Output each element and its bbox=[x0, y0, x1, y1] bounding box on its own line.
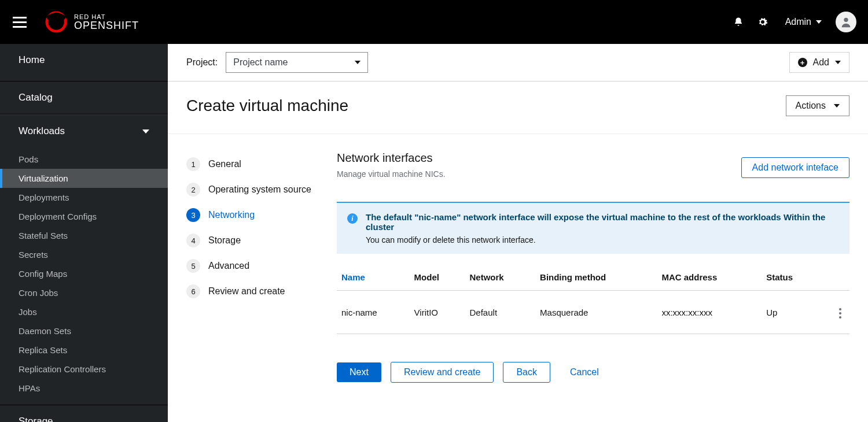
cell-status: Up bbox=[762, 291, 819, 334]
sidebar-item-jobs[interactable]: Jobs bbox=[0, 302, 168, 321]
sidebar: HomeCatalog Workloads PodsVirtualization… bbox=[0, 44, 168, 422]
caret-down-icon bbox=[816, 20, 822, 24]
cell-binding: Masquerade bbox=[535, 291, 657, 334]
hamburger-menu-button[interactable] bbox=[13, 17, 27, 28]
add-button[interactable]: + Add bbox=[789, 52, 849, 73]
sidebar-item-config-maps[interactable]: Config Maps bbox=[0, 264, 168, 283]
step-number: 3 bbox=[186, 208, 200, 222]
nic-table: NameModelNetworkBinding methodMAC addres… bbox=[337, 264, 849, 334]
wizard-step-general[interactable]: 1General bbox=[186, 151, 324, 177]
sidebar-item-cron-jobs[interactable]: Cron Jobs bbox=[0, 283, 168, 302]
step-label: General bbox=[208, 159, 241, 169]
sidebar-section-storage[interactable]: Storage bbox=[0, 405, 168, 422]
actions-menu[interactable]: Actions bbox=[786, 95, 849, 116]
sidebar-item-pods[interactable]: Pods bbox=[0, 150, 168, 169]
info-icon: i bbox=[347, 213, 358, 224]
step-label: Operating system source bbox=[208, 184, 311, 195]
panel-title: Network interfaces bbox=[337, 151, 446, 165]
avatar[interactable] bbox=[836, 12, 856, 32]
caret-down-icon bbox=[355, 61, 361, 64]
cell-mac: xx:xxx:xx:xxx bbox=[657, 291, 762, 334]
sidebar-item-deployment-configs[interactable]: Deployment Configs bbox=[0, 207, 168, 226]
sidebar-item-virtualization[interactable]: Virtualization bbox=[0, 169, 168, 188]
wizard-step-advanced[interactable]: 5Advanced bbox=[186, 253, 324, 279]
step-number: 6 bbox=[186, 284, 200, 298]
chevron-down-icon bbox=[142, 129, 149, 134]
sidebar-section-workloads[interactable]: Workloads bbox=[0, 115, 168, 147]
gear-icon bbox=[757, 17, 768, 27]
wizard-step-networking[interactable]: 3Networking bbox=[186, 202, 324, 228]
info-alert: i The default "nic-name" network interfa… bbox=[337, 202, 849, 254]
settings-button[interactable] bbox=[751, 17, 775, 27]
sidebar-item-hpas[interactable]: HPAs bbox=[0, 379, 168, 398]
review-and-create-button[interactable]: Review and create bbox=[391, 362, 494, 383]
step-label: Storage bbox=[208, 235, 241, 246]
step-number: 1 bbox=[186, 157, 200, 171]
sidebar-item-daemon-sets[interactable]: Daemon Sets bbox=[0, 321, 168, 340]
step-label: Networking bbox=[208, 210, 255, 220]
caret-down-icon bbox=[835, 61, 841, 64]
networking-panel: Network interfaces Manage virtual machin… bbox=[330, 151, 849, 383]
step-number: 2 bbox=[186, 183, 200, 197]
table-row: nic-nameViritIODefaultMasqueradexx:xxx:x… bbox=[337, 291, 849, 334]
column-header-mac-address[interactable]: MAC address bbox=[657, 264, 762, 291]
sidebar-item-stateful-sets[interactable]: Stateful Sets bbox=[0, 226, 168, 245]
wizard-actions: Next Review and create Back Cancel bbox=[337, 362, 849, 383]
sidebar-item-replication-controllers[interactable]: Replication Controllers bbox=[0, 360, 168, 379]
sidebar-section-label: Workloads bbox=[19, 125, 65, 137]
wizard-nav: 1General2Operating system source3Network… bbox=[186, 151, 324, 383]
column-header-model[interactable]: Model bbox=[410, 264, 465, 291]
wizard-step-operating-system-source[interactable]: 2Operating system source bbox=[186, 177, 324, 202]
user-icon bbox=[840, 16, 852, 28]
main-content: Project: Project name + Add Create virtu… bbox=[168, 44, 868, 422]
project-bar: Project: Project name + Add bbox=[168, 44, 868, 82]
wizard-step-review-and-create[interactable]: 6Review and create bbox=[186, 279, 324, 304]
brand-line1: RED HAT bbox=[74, 14, 139, 20]
cell-model: ViritIO bbox=[410, 291, 465, 334]
alert-body: You can modify or delete this network in… bbox=[366, 235, 839, 245]
brand-logo[interactable]: RED HAT OPENSHIFT bbox=[45, 11, 139, 33]
alert-title: The default "nic-name" network interface… bbox=[366, 212, 839, 232]
sidebar-item-catalog[interactable]: Catalog bbox=[0, 82, 168, 114]
wizard-step-storage[interactable]: 4Storage bbox=[186, 228, 324, 253]
step-label: Review and create bbox=[208, 286, 285, 297]
sidebar-item-replica-sets[interactable]: Replica Sets bbox=[0, 340, 168, 360]
column-header-actions bbox=[819, 264, 849, 291]
step-label: Advanced bbox=[208, 261, 249, 271]
bell-icon bbox=[733, 17, 744, 27]
svg-point-1 bbox=[844, 18, 848, 22]
user-menu-label: Admin bbox=[785, 17, 811, 27]
cancel-button[interactable]: Cancel bbox=[560, 362, 609, 382]
panel-subtitle: Manage virtual machine NICs. bbox=[337, 169, 446, 179]
step-number: 5 bbox=[186, 259, 200, 273]
project-select-value: Project name bbox=[233, 57, 288, 68]
kebab-menu[interactable] bbox=[836, 305, 845, 322]
sidebar-item-secrets[interactable]: Secrets bbox=[0, 245, 168, 264]
project-select[interactable]: Project name bbox=[226, 52, 368, 73]
project-label: Project: bbox=[186, 57, 218, 68]
column-header-network[interactable]: Network bbox=[465, 264, 536, 291]
brand-line2: OPENSHIFT bbox=[74, 20, 139, 31]
column-header-binding-method[interactable]: Binding method bbox=[535, 264, 657, 291]
masthead: RED HAT OPENSHIFT Admin bbox=[0, 0, 868, 44]
page-header: Create virtual machine Actions bbox=[168, 82, 868, 134]
column-header-name[interactable]: Name bbox=[337, 264, 410, 291]
add-network-interface-button[interactable]: Add network inteface bbox=[741, 157, 849, 178]
notifications-button[interactable] bbox=[726, 17, 751, 27]
actions-label: Actions bbox=[796, 101, 826, 111]
column-header-status[interactable]: Status bbox=[762, 264, 819, 291]
cell-network: Default bbox=[465, 291, 536, 334]
plus-circle-icon: + bbox=[798, 58, 807, 67]
brand-text: RED HAT OPENSHIFT bbox=[74, 14, 139, 31]
user-menu[interactable]: Admin bbox=[785, 17, 822, 27]
sidebar-item-home[interactable]: Home bbox=[0, 44, 168, 76]
caret-down-icon bbox=[834, 104, 840, 108]
back-button[interactable]: Back bbox=[503, 362, 550, 383]
page-title: Create virtual machine bbox=[186, 97, 348, 115]
sidebar-item-deployments[interactable]: Deployments bbox=[0, 188, 168, 207]
next-button[interactable]: Next bbox=[337, 362, 381, 382]
redhat-logo-icon bbox=[45, 11, 67, 33]
sidebar-section-label: Storage bbox=[19, 416, 53, 422]
step-number: 4 bbox=[186, 234, 200, 247]
cell-name: nic-name bbox=[337, 291, 410, 334]
